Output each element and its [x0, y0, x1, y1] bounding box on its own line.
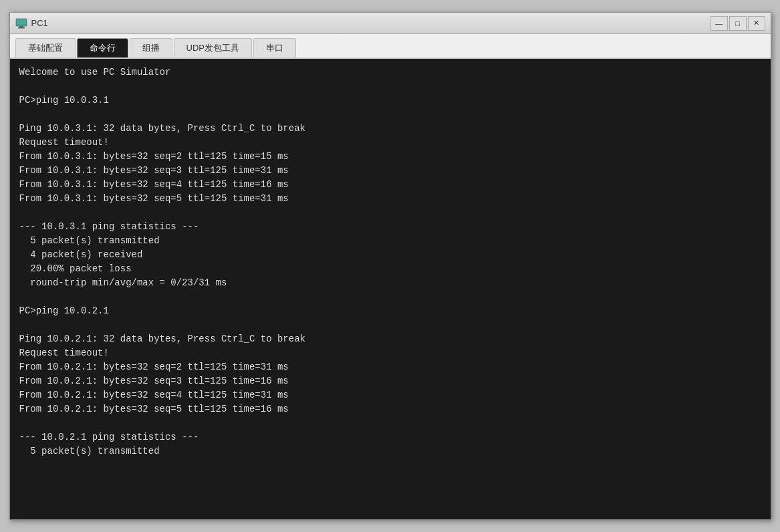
tab-multicast[interactable]: 组播: [130, 38, 172, 57]
close-button[interactable]: ✕: [748, 16, 765, 31]
svg-rect-1: [19, 26, 23, 27]
svg-rect-2: [18, 27, 25, 29]
tab-udp-tool[interactable]: UDP发包工具: [174, 38, 252, 57]
computer-icon: [15, 17, 27, 29]
tabs-bar: 基础配置 命令行 组播 UDP发包工具 串口: [10, 34, 771, 59]
title-bar: PC1 — □ ✕: [10, 13, 771, 34]
tab-command-line[interactable]: 命令行: [77, 38, 128, 57]
terminal-container[interactable]: Welcome to use PC SimulatorPC>ping 10.0.…: [10, 59, 771, 519]
title-bar-left: PC1: [15, 17, 48, 29]
window-title: PC1: [31, 18, 48, 28]
minimize-button[interactable]: —: [710, 16, 728, 31]
main-window: PC1 — □ ✕ 基础配置 命令行 组播 UDP发包工具 串口 Welcome…: [9, 12, 771, 520]
tab-basic-config[interactable]: 基础配置: [15, 38, 76, 57]
svg-rect-0: [16, 19, 27, 26]
title-bar-buttons: — □ ✕: [710, 16, 765, 31]
terminal-output: Welcome to use PC SimulatorPC>ping 10.0.…: [19, 65, 761, 458]
maximize-button[interactable]: □: [729, 16, 747, 31]
tab-serial[interactable]: 串口: [253, 38, 296, 57]
